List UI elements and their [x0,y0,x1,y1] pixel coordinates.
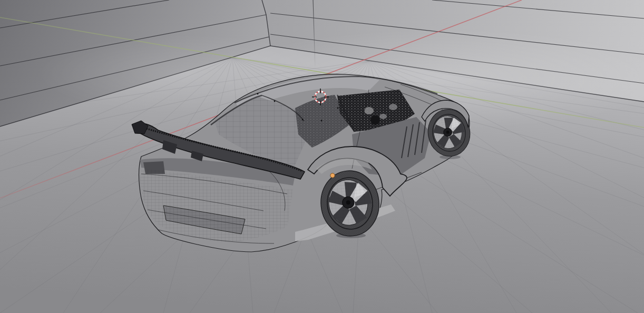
vertex-dot [302,119,304,121]
vertex-dot [257,93,259,95]
engine-part [364,107,374,114]
vertex-dot [349,97,350,99]
vertex-dot [321,120,323,122]
viewport-canvas[interactable] [0,0,644,313]
vertex-dot [274,101,276,102]
vertex-dot [337,107,339,109]
object-origin[interactable] [330,173,335,178]
viewport-3d[interactable] [0,0,644,313]
engine-part [379,114,387,119]
engine-part [370,115,380,125]
engine-part [389,104,397,110]
